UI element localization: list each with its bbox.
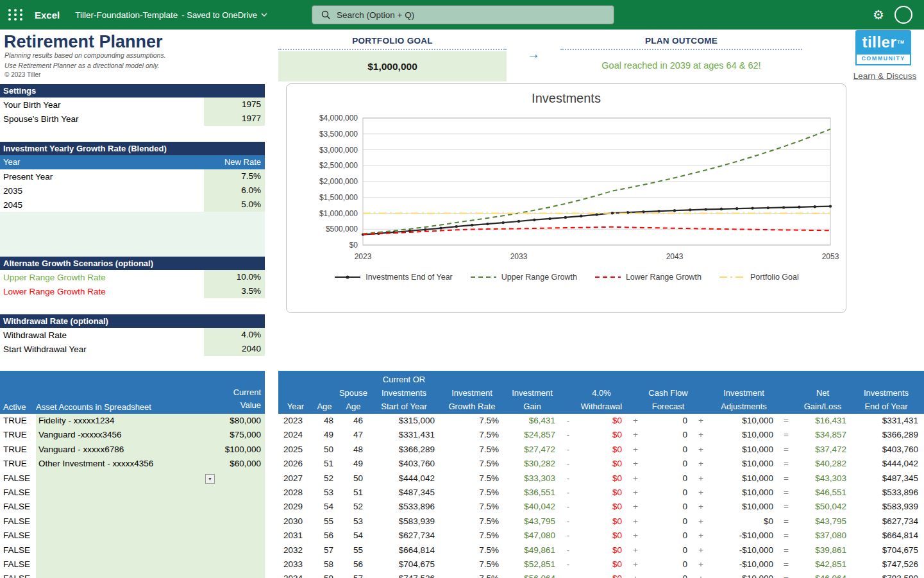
- cell-age[interactable]: 59: [310, 572, 339, 578]
- account-active-cell[interactable]: TRUE: [0, 457, 36, 471]
- cell-end-of-year[interactable]: $403,760: [852, 443, 921, 457]
- account-active-cell[interactable]: FALSE: [0, 529, 36, 543]
- cell-net-gain-loss[interactable]: $34,857: [794, 428, 852, 442]
- cell-net-gain-loss[interactable]: $43,303: [794, 472, 852, 486]
- cell-cash-flow[interactable]: 0: [644, 486, 693, 500]
- column-header[interactable]: Investment Growth Rate: [440, 386, 504, 414]
- cell-spouse-age[interactable]: 54: [339, 529, 368, 543]
- cell-cash-flow[interactable]: 0: [644, 514, 693, 529]
- cell-adjustments[interactable]: $10,000: [709, 443, 778, 457]
- cell-investment-gain[interactable]: $52,851: [504, 557, 560, 572]
- cell-adjustments[interactable]: $10,000: [709, 428, 778, 442]
- cell-spouse-age[interactable]: 48: [339, 443, 368, 457]
- cell-cash-flow[interactable]: 0: [644, 457, 693, 471]
- cell-start-of-year[interactable]: $331,431: [368, 428, 440, 442]
- cell-adjustments[interactable]: -$10,000: [709, 572, 778, 578]
- cell-withdrawal[interactable]: $0: [576, 557, 627, 572]
- cell-net-gain-loss[interactable]: $37,080: [794, 529, 852, 543]
- account-value-cell[interactable]: [204, 486, 265, 500]
- cell-investment-gain[interactable]: $24,857: [504, 428, 560, 442]
- cell-age[interactable]: 58: [310, 557, 339, 572]
- growth-rate-cell[interactable]: 6.0%: [204, 183, 265, 198]
- column-header[interactable]: Investments End of Year: [852, 386, 921, 414]
- setting-value-cell[interactable]: 1977: [204, 112, 265, 126]
- cell-investment-gain[interactable]: $27,472: [504, 443, 560, 457]
- cell-year[interactable]: 2029: [281, 500, 310, 514]
- cell-age[interactable]: 55: [310, 514, 339, 529]
- cell-withdrawal[interactable]: $0: [576, 443, 627, 457]
- account-active-cell[interactable]: FALSE: [0, 486, 36, 500]
- cell-age[interactable]: 51: [310, 457, 339, 471]
- cell-age[interactable]: 56: [310, 529, 339, 543]
- account-name-cell[interactable]: ▼: [36, 529, 204, 543]
- cell-growth-rate[interactable]: 7.5%: [440, 472, 504, 486]
- cell-investment-gain[interactable]: $49,861: [504, 543, 560, 557]
- cell-adjustments[interactable]: $10,000: [709, 500, 778, 514]
- cell-investment-gain[interactable]: $56,064: [504, 572, 560, 578]
- cell-growth-rate[interactable]: 7.5%: [440, 414, 504, 428]
- cell-net-gain-loss[interactable]: $39,861: [794, 543, 852, 557]
- account-name-cell[interactable]: Vanguard - xxxxx6786 ▼: [36, 443, 204, 457]
- cell-start-of-year[interactable]: $747,526: [368, 572, 440, 578]
- account-active-cell[interactable]: TRUE: [0, 428, 36, 442]
- column-header[interactable]: Investment Adjustments: [709, 386, 778, 414]
- cell-year[interactable]: 2028: [281, 486, 310, 500]
- column-header[interactable]: Spouse Age: [339, 386, 368, 414]
- account-value-cell[interactable]: [204, 500, 265, 514]
- account-active-cell[interactable]: FALSE: [0, 472, 36, 486]
- cell-growth-rate[interactable]: 7.5%: [440, 514, 504, 529]
- cell-net-gain-loss[interactable]: $16,431: [794, 414, 852, 428]
- cell-investment-gain[interactable]: $47,080: [504, 529, 560, 543]
- cell-age[interactable]: 54: [310, 500, 339, 514]
- cell-end-of-year[interactable]: $366,289: [852, 428, 921, 442]
- account-value-cell[interactable]: [204, 572, 265, 578]
- cell-cash-flow[interactable]: 0: [644, 443, 693, 457]
- cell-net-gain-loss[interactable]: $40,282: [794, 457, 852, 471]
- cell-spouse-age[interactable]: 47: [339, 428, 368, 442]
- cell-year[interactable]: 2032: [281, 543, 310, 557]
- cell-growth-rate[interactable]: 7.5%: [440, 428, 504, 442]
- cell-growth-rate[interactable]: 7.5%: [440, 529, 504, 543]
- account-name-cell[interactable]: ▼: [36, 514, 204, 529]
- cell-end-of-year[interactable]: $664,814: [852, 529, 921, 543]
- account-active-cell[interactable]: FALSE: [0, 543, 36, 557]
- cell-year[interactable]: 2033: [281, 557, 310, 572]
- cell-start-of-year[interactable]: $533,896: [368, 500, 440, 514]
- settings-gear-icon[interactable]: ⚙: [873, 7, 884, 22]
- withdrawal-value-cell[interactable]: 2040: [204, 342, 265, 356]
- document-title[interactable]: Tiller-Foundation-Template - Saved to On…: [75, 10, 267, 20]
- cell-spouse-age[interactable]: 53: [339, 514, 368, 529]
- account-value-cell[interactable]: $60,000: [204, 457, 265, 471]
- cell-start-of-year[interactable]: $664,814: [368, 543, 440, 557]
- cell-adjustments[interactable]: -$10,000: [709, 543, 778, 557]
- growth-empty-area[interactable]: [0, 212, 265, 257]
- cell-cash-flow[interactable]: 0: [644, 414, 693, 428]
- portfolio-goal-value-cell[interactable]: $1,000,000: [278, 51, 507, 81]
- cell-cash-flow[interactable]: 0: [644, 428, 693, 442]
- account-name-cell[interactable]: ▼: [36, 486, 204, 500]
- cell-withdrawal[interactable]: $0: [576, 428, 627, 442]
- cell-cash-flow[interactable]: 0: [644, 500, 693, 514]
- cell-year[interactable]: 2025: [281, 443, 310, 457]
- cell-net-gain-loss[interactable]: $43,795: [794, 514, 852, 529]
- account-avatar[interactable]: [895, 6, 912, 24]
- cell-net-gain-loss[interactable]: $50,042: [794, 500, 852, 514]
- cell-growth-rate[interactable]: 7.5%: [440, 486, 504, 500]
- cell-adjustments[interactable]: $10,000: [709, 472, 778, 486]
- cell-growth-rate[interactable]: 7.5%: [440, 500, 504, 514]
- cell-spouse-age[interactable]: 51: [339, 486, 368, 500]
- cell-year[interactable]: 2031: [281, 529, 310, 543]
- cell-end-of-year[interactable]: $747,526: [852, 557, 921, 572]
- cell-cash-flow[interactable]: 0: [644, 472, 693, 486]
- column-header[interactable]: 4.0% Withdrawal: [576, 386, 627, 414]
- cell-growth-rate[interactable]: 7.5%: [440, 557, 504, 572]
- cell-withdrawal[interactable]: $0: [576, 572, 627, 578]
- account-name-cell[interactable]: ▼: [36, 500, 204, 514]
- cell-cash-flow[interactable]: 0: [644, 529, 693, 543]
- column-header[interactable]: Current OR Investments Start of Year: [368, 373, 440, 414]
- cell-age[interactable]: 49: [310, 428, 339, 442]
- cell-net-gain-loss[interactable]: $42,851: [794, 557, 852, 572]
- cell-adjustments[interactable]: -$10,000: [709, 557, 778, 572]
- cell-spouse-age[interactable]: 57: [339, 572, 368, 578]
- setting-value-cell[interactable]: 1975: [204, 98, 265, 112]
